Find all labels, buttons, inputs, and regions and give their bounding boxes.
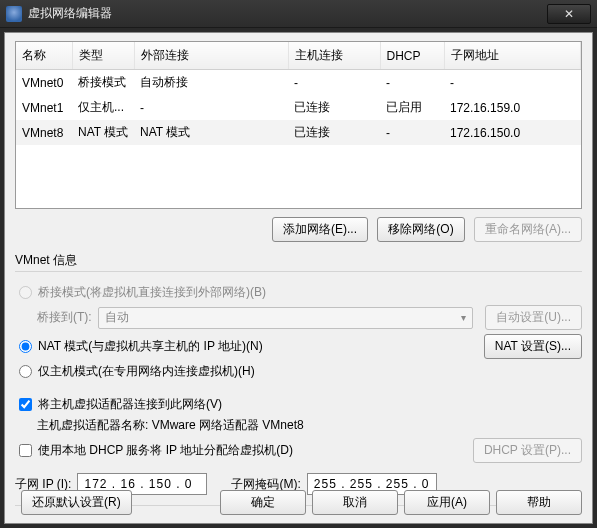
add-network-button[interactable]: 添加网络(E)... bbox=[272, 217, 368, 242]
cell: NAT 模式 bbox=[134, 120, 288, 145]
col-dhcp[interactable]: DHCP bbox=[380, 42, 444, 70]
cell: 172.16.159.0 bbox=[444, 95, 581, 120]
dhcp-settings-button: DHCP 设置(P)... bbox=[473, 438, 582, 463]
network-table[interactable]: 名称 类型 外部连接 主机连接 DHCP 子网地址 VMnet0 桥接模式 自动… bbox=[15, 41, 582, 209]
cell: - bbox=[444, 70, 581, 96]
cell: 已连接 bbox=[288, 95, 380, 120]
cell: VMnet8 bbox=[16, 120, 72, 145]
label-bridged: 桥接模式(将虚拟机直接连接到外部网络)(B) bbox=[38, 284, 266, 301]
table-row[interactable]: VMnet8 NAT 模式 NAT 模式 已连接 - 172.16.150.0 bbox=[16, 120, 581, 145]
adapter-name: 主机虚拟适配器名称: VMware 网络适配器 VMnet8 bbox=[37, 417, 304, 434]
col-name[interactable]: 名称 bbox=[16, 42, 72, 70]
ok-button[interactable]: 确定 bbox=[220, 490, 306, 515]
label-use-dhcp: 使用本地 DHCP 服务将 IP 地址分配给虚拟机(D) bbox=[38, 442, 467, 459]
rename-network-button: 重命名网络(A)... bbox=[474, 217, 582, 242]
restore-defaults-button[interactable]: 还原默认设置(R) bbox=[21, 490, 132, 515]
radio-bridged[interactable] bbox=[19, 286, 32, 299]
cell: 172.16.150.0 bbox=[444, 120, 581, 145]
auto-settings-button: 自动设置(U)... bbox=[485, 305, 582, 330]
titlebar: 虚拟网络编辑器 ✕ bbox=[0, 0, 597, 28]
table-row[interactable]: VMnet0 桥接模式 自动桥接 - - - bbox=[16, 70, 581, 96]
radio-nat[interactable] bbox=[19, 340, 32, 353]
network-buttons: 添加网络(E)... 移除网络(O) 重命名网络(A)... bbox=[15, 217, 582, 242]
col-type[interactable]: 类型 bbox=[72, 42, 134, 70]
footer: 还原默认设置(R) 确定 取消 应用(A) 帮助 bbox=[15, 490, 582, 515]
apply-button[interactable]: 应用(A) bbox=[404, 490, 490, 515]
cell: - bbox=[380, 70, 444, 96]
col-ext[interactable]: 外部连接 bbox=[134, 42, 288, 70]
cell: VMnet1 bbox=[16, 95, 72, 120]
check-use-dhcp[interactable] bbox=[19, 444, 32, 457]
chevron-down-icon: ▾ bbox=[461, 312, 466, 323]
close-button[interactable]: ✕ bbox=[547, 4, 591, 24]
table-row[interactable]: VMnet1 仅主机... - 已连接 已启用 172.16.159.0 bbox=[16, 95, 581, 120]
col-host[interactable]: 主机连接 bbox=[288, 42, 380, 70]
cell: 已启用 bbox=[380, 95, 444, 120]
cell: 仅主机... bbox=[72, 95, 134, 120]
label-bridged-to: 桥接到(T): bbox=[37, 309, 92, 326]
dialog-body: 名称 类型 外部连接 主机连接 DHCP 子网地址 VMnet0 桥接模式 自动… bbox=[4, 32, 593, 524]
cancel-button[interactable]: 取消 bbox=[312, 490, 398, 515]
vmnet-info-title: VMnet 信息 bbox=[15, 252, 582, 269]
bridged-to-value: 自动 bbox=[105, 309, 129, 326]
cell: - bbox=[380, 120, 444, 145]
label-nat: NAT 模式(与虚拟机共享主机的 IP 地址)(N) bbox=[38, 338, 478, 355]
table-header-row: 名称 类型 外部连接 主机连接 DHCP 子网地址 bbox=[16, 42, 581, 70]
cell: VMnet0 bbox=[16, 70, 72, 96]
cell: 桥接模式 bbox=[72, 70, 134, 96]
cell: 自动桥接 bbox=[134, 70, 288, 96]
label-connect-host: 将主机虚拟适配器连接到此网络(V) bbox=[38, 396, 222, 413]
window-title: 虚拟网络编辑器 bbox=[28, 5, 547, 22]
bridged-to-select: 自动 ▾ bbox=[98, 307, 474, 329]
vmnet-info-group: 桥接模式(将虚拟机直接连接到外部网络)(B) 桥接到(T): 自动 ▾ 自动设置… bbox=[15, 271, 582, 495]
check-connect-host[interactable] bbox=[19, 398, 32, 411]
remove-network-button[interactable]: 移除网络(O) bbox=[377, 217, 464, 242]
app-icon bbox=[6, 6, 22, 22]
close-icon: ✕ bbox=[564, 7, 574, 21]
nat-settings-button[interactable]: NAT 设置(S)... bbox=[484, 334, 582, 359]
help-button[interactable]: 帮助 bbox=[496, 490, 582, 515]
cell: NAT 模式 bbox=[72, 120, 134, 145]
cell: - bbox=[134, 95, 288, 120]
cell: - bbox=[288, 70, 380, 96]
cell: 已连接 bbox=[288, 120, 380, 145]
label-hostonly: 仅主机模式(在专用网络内连接虚拟机)(H) bbox=[38, 363, 255, 380]
radio-hostonly[interactable] bbox=[19, 365, 32, 378]
col-subnet[interactable]: 子网地址 bbox=[444, 42, 581, 70]
